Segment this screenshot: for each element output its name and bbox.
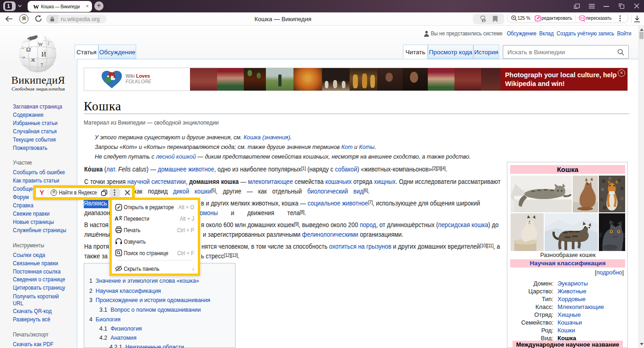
svg-text:7: 7	[40, 62, 43, 68]
svg-text:А: А	[115, 216, 119, 222]
svg-text:1: 1	[483, 18, 485, 23]
svg-text:W: W	[38, 41, 43, 47]
svg-text:И: И	[41, 51, 46, 58]
svg-text:Ω: Ω	[26, 46, 31, 53]
svg-text:Ж: Ж	[31, 57, 35, 63]
